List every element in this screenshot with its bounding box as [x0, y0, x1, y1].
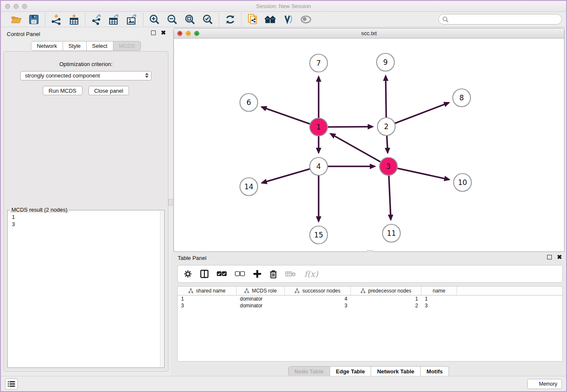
mcds-result-line: 3: [12, 221, 160, 228]
tab-mcds[interactable]: MCDS: [113, 41, 141, 51]
export-image-icon[interactable]: [126, 14, 138, 25]
cell-mcds-role[interactable]: dominator: [237, 302, 285, 309]
cell-predecessor-nodes[interactable]: 2: [351, 302, 421, 309]
column-header-shared-name[interactable]: shared name: [178, 287, 237, 295]
delete-row-icon[interactable]: [270, 270, 277, 279]
memory-button[interactable]: Memory: [527, 379, 562, 389]
list-icon: [8, 381, 15, 387]
tab-network[interactable]: Network: [31, 41, 63, 51]
attribute-icon: [244, 288, 249, 293]
graphics-details-icon[interactable]: [282, 14, 294, 25]
table-panel-title: Table Panel: [178, 255, 206, 261]
float-table-panel-icon[interactable]: [547, 255, 552, 259]
network-window: ✕ − ＋ scc.txt 7968124314101511: [173, 28, 564, 252]
control-panel: Control Panel ✖ Network Style Select MCD…: [1, 27, 171, 376]
graph-node-label: 6: [247, 98, 251, 107]
import-network-icon[interactable]: [50, 14, 62, 25]
network-window-title: scc.txt: [174, 30, 564, 36]
title-bar: Session: New Session: [1, 1, 566, 12]
save-session-icon[interactable]: [28, 14, 40, 25]
clone-network-icon[interactable]: [247, 14, 259, 25]
table-tabs: Node Table Edge Table Network Table Moti…: [171, 366, 566, 377]
network-window-titlebar[interactable]: ✕ − ＋ scc.txt: [174, 28, 564, 39]
cell-successor-nodes[interactable]: 3: [285, 302, 351, 309]
export-network-icon[interactable]: [91, 14, 102, 25]
cell-name[interactable]: 3: [421, 302, 457, 309]
attribute-icon: [361, 288, 366, 293]
close-panel-button[interactable]: Close panel: [88, 86, 129, 95]
close-table-panel-icon[interactable]: ✖: [557, 255, 562, 259]
graph-node-label: 2: [384, 122, 389, 131]
panel-divider-grip[interactable]: [168, 199, 173, 206]
home-layout-icon[interactable]: [264, 14, 276, 25]
graph-edge-2-8[interactable]: [386, 102, 449, 127]
mcds-result-line: 1: [12, 213, 160, 221]
column-header-predecessor-nodes[interactable]: predecessor nodes: [351, 287, 421, 295]
cell-mcds-role[interactable]: dominator: [237, 295, 285, 302]
result-scrollbar[interactable]: [160, 211, 164, 367]
cell-predecessor-nodes[interactable]: 1: [351, 295, 421, 302]
mcds-result-box: MCDS result (2 nodes) 1 3: [7, 210, 165, 368]
import-table-icon[interactable]: [68, 14, 80, 25]
column-header-mcds-role[interactable]: MCDS role: [237, 287, 285, 295]
graph-node-label: 1: [317, 123, 321, 131]
cell-name[interactable]: 1: [421, 295, 457, 302]
application-window: Session: New Session: [0, 0, 567, 392]
attribute-icon: [188, 288, 193, 293]
add-row-icon[interactable]: [253, 270, 261, 278]
graph-edge-3-1[interactable]: [330, 134, 388, 166]
tab-node-table[interactable]: Node Table: [288, 366, 330, 377]
mcds-panel: Optimization criterion: strongly connect…: [3, 51, 168, 372]
mcds-result-title: MCDS result (2 nodes): [10, 207, 69, 213]
node-table: shared name MCDS role successor nodes pr…: [177, 286, 563, 362]
tab-network-table[interactable]: Network Table: [371, 366, 421, 377]
zoom-in-icon[interactable]: [149, 14, 160, 25]
toggle-panes-icon[interactable]: [200, 270, 209, 278]
graph-node-label: 10: [458, 178, 467, 187]
tab-select[interactable]: Select: [87, 41, 113, 51]
tab-style[interactable]: Style: [63, 41, 87, 51]
memory-label: Memory: [539, 381, 557, 387]
cell-shared-name[interactable]: 3: [178, 302, 237, 309]
attribute-icon: [295, 288, 300, 293]
select-chevrons-icon: [145, 73, 149, 78]
delete-table-icon: [285, 271, 296, 277]
optimization-criterion-select[interactable]: strongly connected component: [20, 71, 151, 80]
graph-node-label: 4: [317, 162, 321, 171]
network-canvas[interactable]: 7968124314101511: [174, 39, 564, 251]
graph-node-label: 8: [460, 94, 464, 102]
float-panel-icon[interactable]: [151, 30, 156, 35]
zoom-fit-icon[interactable]: [184, 14, 196, 25]
search-input[interactable]: [438, 14, 562, 25]
table-toolbar: f(x): [177, 265, 563, 283]
deselect-all-icon[interactable]: [235, 271, 245, 277]
graph-node-label: 7: [317, 59, 321, 67]
column-header-successor-nodes[interactable]: successor nodes: [285, 287, 351, 295]
open-session-icon[interactable]: [10, 14, 22, 25]
close-panel-icon[interactable]: ✖: [161, 30, 166, 35]
cell-shared-name[interactable]: 1: [178, 295, 237, 302]
select-all-icon[interactable]: [217, 271, 227, 277]
table-row[interactable]: 1 dominator 4 1 1: [178, 295, 562, 302]
optimization-criterion-label: Optimization criterion:: [4, 61, 168, 67]
refresh-icon[interactable]: [224, 14, 236, 25]
zoom-selected-icon[interactable]: [202, 14, 214, 25]
run-mcds-button[interactable]: Run MCDS: [43, 86, 83, 95]
control-panel-tabs: Network Style Select MCDS: [1, 41, 171, 51]
graph-node-label: 9: [383, 58, 388, 66]
memory-indicator-icon: [532, 382, 537, 386]
task-history-button[interactable]: [5, 378, 18, 389]
table-row[interactable]: 3 dominator 3 2 3: [178, 302, 562, 309]
export-table-icon[interactable]: [108, 14, 120, 25]
function-builder-icon: f(x): [304, 269, 318, 279]
column-header-name[interactable]: name: [421, 287, 457, 295]
hide-details-icon[interactable]: [300, 14, 312, 25]
status-bar: Memory: [1, 376, 566, 391]
tab-motifs[interactable]: Motifs: [421, 366, 449, 377]
zoom-out-icon[interactable]: [166, 14, 178, 25]
table-header: shared name MCDS role successor nodes pr…: [178, 287, 562, 295]
table-settings-icon[interactable]: [184, 270, 192, 278]
cell-successor-nodes[interactable]: 4: [285, 295, 351, 302]
network-graph: 7968124314101511: [174, 39, 564, 251]
tab-edge-table[interactable]: Edge Table: [330, 366, 371, 377]
